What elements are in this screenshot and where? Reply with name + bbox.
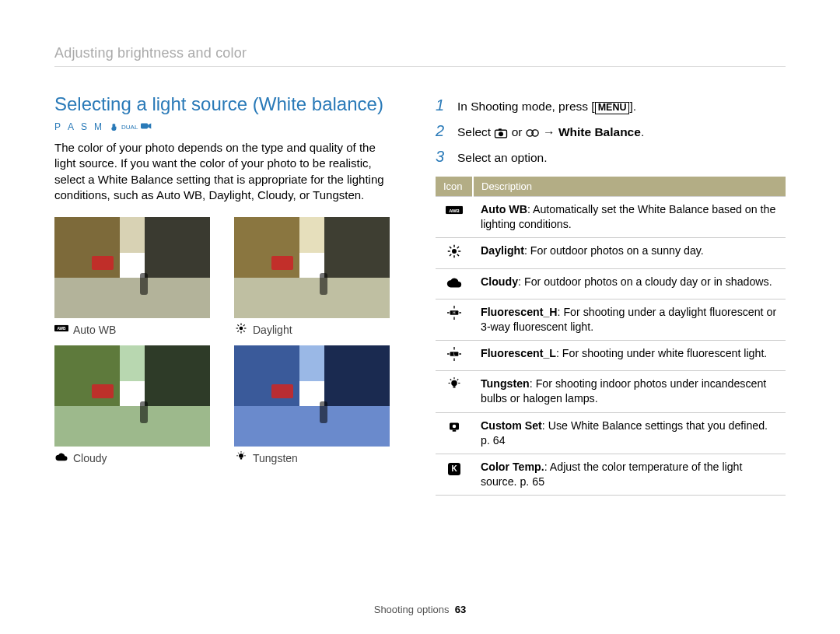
table-row: Daylight: For outdoor photos on a sunny … [436, 238, 786, 268]
mode-video-icon [141, 121, 152, 132]
mode-m: M [94, 121, 106, 132]
step-3: 3 Select an option. [436, 148, 786, 166]
row-bold: Cloudy [481, 275, 518, 288]
table-row: Fluorescent_L: For shooting under white … [436, 341, 786, 371]
page-number: 63 [455, 604, 466, 615]
row-bold: Color Temp. [481, 461, 544, 473]
breadcrumb: Adjusting brightness and color [54, 45, 786, 67]
step-2-arrow: → [540, 125, 558, 138]
table-row: Tungsten: For shooting indoor photos und… [436, 371, 786, 412]
thumb-tungsten: Tungsten [234, 345, 397, 464]
row-rest: : For outdoor photos on a cloudy day or … [518, 275, 772, 288]
step-2-or: or [508, 125, 525, 138]
row-bold: Auto WB [481, 203, 527, 215]
kelvin-icon: K [448, 463, 460, 475]
thumb-cloudy: Cloudy [54, 345, 217, 464]
table-row: Custom Set: Use White Balance settings t… [436, 412, 786, 454]
mode-indicator-row: PASM DUAL [54, 121, 397, 132]
step-2-bold: White Balance [558, 125, 641, 138]
step-2-end: . [641, 125, 644, 138]
step-1-post: ]. [629, 100, 636, 113]
mode-dual-label: DUAL [121, 124, 138, 131]
mode-dual-icon: DUAL [109, 123, 138, 131]
intro-text: The color of your photo depends on the t… [54, 140, 397, 203]
thumb-daylight: Daylight [234, 217, 397, 336]
step-2-pre: Select [457, 125, 494, 138]
step-1-pre: In Shooting mode, press [ [457, 100, 595, 113]
row-rest: : For shooting under white fluorescent l… [556, 347, 767, 359]
step-2-number: 2 [436, 122, 448, 140]
table-row: Auto WB: Automatically set the White Bal… [436, 197, 786, 238]
row-rest: : For outdoor photos on a sunny day. [524, 244, 704, 257]
menu-button-label: MENU [595, 102, 630, 114]
thumb-tungsten-label: Tungsten [253, 452, 298, 464]
wb-options-table: Icon Description Auto WB: Automatically … [436, 177, 786, 496]
row-bold: Tungsten [481, 377, 530, 390]
mode-s: S [81, 121, 91, 132]
row-bold: Custom Set [481, 419, 542, 432]
thumb-auto-wb: Auto WB [54, 217, 217, 336]
th-description: Description [473, 177, 786, 197]
awb-icon [54, 323, 68, 336]
row-bold: Fluorescent_L [481, 347, 556, 359]
fluorescent-l-icon [446, 351, 463, 363]
row-bold: Daylight [481, 244, 524, 257]
sun-icon [234, 323, 248, 336]
footer-label: Shooting options [374, 604, 450, 615]
table-row: K Color Temp.: Adjust the color temperat… [436, 454, 786, 495]
step-2: 2 Select or → White Balance. [436, 122, 786, 140]
row-bold: Fluorescent_H [481, 306, 558, 318]
mode-a: A [68, 121, 78, 132]
mode-p: P [54, 121, 65, 132]
table-row: Cloudy: For outdoor photos on a cloudy d… [436, 268, 786, 299]
awb-badge-icon [446, 207, 463, 219]
bulb-icon [234, 451, 248, 464]
steps-list: 1 In Shooting mode, press [MENU]. 2 Sele… [436, 96, 786, 166]
step-3-text: Select an option. [457, 151, 547, 165]
cloud-icon [54, 451, 68, 464]
bulb-icon [446, 381, 463, 394]
step-1-number: 1 [436, 96, 448, 114]
camera-icon [494, 128, 508, 138]
page-footer: Shooting options 63 [0, 604, 840, 615]
thumb-cloudy-label: Cloudy [73, 452, 107, 464]
thumb-auto-wb-label: Auto WB [73, 324, 116, 336]
step-3-number: 3 [436, 148, 448, 166]
table-row: Fluorescent_H: For shooting under a dayl… [436, 299, 786, 340]
section-title: Selecting a light source (White balance) [54, 93, 397, 115]
fluorescent-h-icon [446, 310, 463, 322]
thumb-daylight-label: Daylight [253, 324, 292, 336]
video-reel-icon [526, 128, 540, 138]
cloud-icon [446, 279, 463, 292]
sun-icon [446, 248, 463, 261]
custom-set-icon [446, 423, 463, 436]
step-1: 1 In Shooting mode, press [MENU]. [436, 96, 786, 114]
example-thumbnails: Auto WB Daylight Cloudy Tungsten [54, 217, 397, 464]
th-icon: Icon [436, 177, 473, 197]
